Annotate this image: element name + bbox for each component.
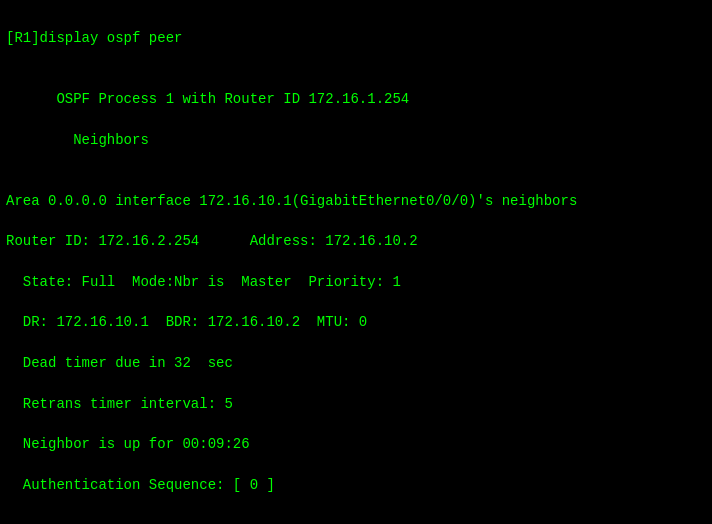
area1-router-id: Router ID: 172.16.2.254 Address: 172.16.… (6, 231, 706, 251)
area1-auth: Authentication Sequence: [ 0 ] (6, 475, 706, 495)
area1-header: Area 0.0.0.0 interface 172.16.10.1(Gigab… (6, 191, 706, 211)
area1-neighbor-up: Neighbor is up for 00:09:26 (6, 434, 706, 454)
neighbors-title-1: Neighbors (6, 130, 706, 150)
prompt-top: [R1]display ospf peer (6, 28, 706, 48)
area1-retrans: Retrans timer interval: 5 (6, 394, 706, 414)
area1-state: State: Full Mode:Nbr is Master Priority:… (6, 272, 706, 292)
area1-dead: Dead timer due in 32 sec (6, 353, 706, 373)
process-line: OSPF Process 1 with Router ID 172.16.1.2… (6, 89, 706, 109)
terminal: [R1]display ospf peer OSPF Process 1 wit… (0, 0, 712, 524)
area1-dr: DR: 172.16.10.1 BDR: 172.16.10.2 MTU: 0 (6, 312, 706, 332)
